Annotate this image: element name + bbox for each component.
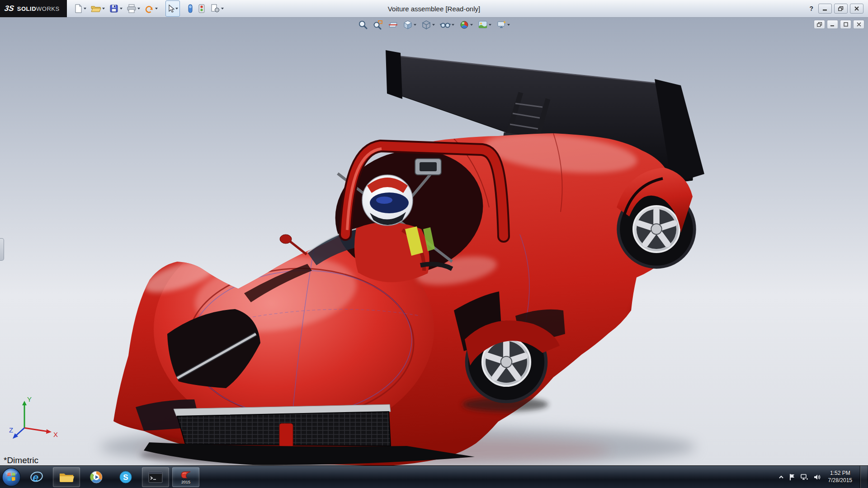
taskbar-solidworks[interactable]: 2015 <box>172 467 199 487</box>
print-button[interactable] <box>125 1 142 16</box>
select-button[interactable] <box>165 0 180 17</box>
chevron-down-icon <box>137 8 140 9</box>
section-view-button[interactable] <box>387 19 399 31</box>
taskbar-clock[interactable]: 1:52 PM 7/28/2015 <box>826 470 855 484</box>
undo-icon <box>144 4 154 14</box>
doc-cascade-button[interactable] <box>814 20 825 29</box>
zoom-to-fit-icon <box>358 20 368 30</box>
chevron-down-icon <box>155 8 158 9</box>
instant3d-icon <box>188 4 193 14</box>
svg-text:S: S <box>123 473 128 482</box>
doc-minimize-button[interactable] <box>827 20 838 29</box>
close-button[interactable] <box>850 4 863 14</box>
minimize-button[interactable] <box>818 4 832 14</box>
z-axis-label: Z <box>9 426 13 434</box>
window-controls: ? <box>807 4 868 14</box>
chevron-down-icon <box>120 8 123 9</box>
scene-icon <box>478 20 488 30</box>
instant3d-toggle-button[interactable] <box>186 1 194 16</box>
flag-icon <box>789 474 795 481</box>
print-icon <box>127 4 137 14</box>
zoom-to-area-button[interactable] <box>372 19 384 31</box>
close-icon <box>854 6 859 11</box>
taskbar-media-player[interactable] <box>83 468 109 487</box>
open-button[interactable] <box>89 1 106 16</box>
new-document-button[interactable] <box>72 1 88 16</box>
minimize-icon <box>830 23 835 27</box>
chevron-down-icon <box>84 8 86 9</box>
window-title: Voiture assemblee [Read-only] <box>388 5 480 13</box>
race-car-model <box>0 18 868 466</box>
save-button[interactable] <box>108 1 124 16</box>
internet-explorer-icon: e <box>29 470 44 484</box>
cascade-icon <box>817 22 822 27</box>
action-center-button[interactable] <box>789 474 795 481</box>
brand-name-light: WORKS <box>36 5 60 12</box>
open-folder-icon <box>90 4 101 14</box>
new-document-icon <box>74 4 83 14</box>
solidworks-version-badge: 2015 <box>181 480 190 484</box>
taskbar-items: e <box>24 466 199 488</box>
brand-name-bold: SOLID <box>17 5 36 12</box>
hide-show-items-button[interactable] <box>439 19 455 31</box>
x-axis-label: X <box>53 431 58 438</box>
zoom-to-fit-button[interactable] <box>357 19 369 31</box>
clock-date: 7/28/2015 <box>828 477 852 484</box>
view-orientation-button[interactable] <box>402 19 417 31</box>
view-orientation-label: *Dimetric <box>4 455 38 465</box>
apply-scene-button[interactable] <box>477 19 492 31</box>
graphics-viewport[interactable]: Y X Z *Dimetric <box>0 18 868 466</box>
help-button[interactable]: ? <box>807 5 816 12</box>
view-settings-icon <box>496 20 506 30</box>
restore-button[interactable] <box>834 4 848 14</box>
edit-appearance-button[interactable] <box>458 19 474 31</box>
network-status-button[interactable] <box>800 474 808 481</box>
main-toolbar <box>67 0 225 17</box>
solidworks-logo: 3S SOLIDWORKS <box>0 0 67 17</box>
media-player-icon <box>90 470 103 484</box>
view-orientation-cube-icon <box>403 20 413 30</box>
taskbar-skype[interactable]: S <box>113 468 139 487</box>
headsup-view-toolbar <box>357 19 511 31</box>
svg-text:e: e <box>33 471 38 483</box>
y-axis-label: Y <box>27 395 32 403</box>
rebuild-button[interactable] <box>196 1 208 16</box>
rebuild-icon <box>197 4 206 14</box>
taskbar-internet-explorer[interactable]: e <box>24 468 50 487</box>
chevron-down-icon <box>102 8 105 9</box>
save-icon <box>109 4 119 14</box>
display-style-icon <box>421 20 431 30</box>
folder-icon <box>59 471 74 483</box>
panel-splitter-handle[interactable] <box>0 238 4 261</box>
glasses-icon <box>440 20 451 30</box>
skype-icon: S <box>119 470 132 484</box>
speaker-icon <box>813 474 821 481</box>
doc-restore-button[interactable] <box>840 20 851 29</box>
desktop: 3S SOLIDWORKS <box>0 0 868 488</box>
taskbar-command-prompt[interactable] <box>142 467 169 487</box>
windows-start-icon <box>1 467 21 487</box>
network-icon <box>800 474 808 481</box>
options-gear-icon <box>210 4 220 14</box>
chevron-down-icon <box>175 8 178 9</box>
chevron-down-icon <box>470 24 473 26</box>
view-settings-button[interactable] <box>495 19 511 31</box>
doc-close-button[interactable] <box>853 20 864 29</box>
options-button[interactable] <box>209 1 225 16</box>
start-button[interactable] <box>0 466 23 488</box>
chevron-down-icon <box>432 24 435 26</box>
chevron-up-icon <box>778 475 784 479</box>
tray-expand-button[interactable] <box>778 475 784 479</box>
volume-button[interactable] <box>813 474 821 481</box>
dassault-logo-icon: 3S <box>4 4 15 13</box>
show-desktop-button[interactable] <box>860 466 867 488</box>
clock-time: 1:52 PM <box>828 470 852 477</box>
appearance-sphere-icon <box>459 20 469 30</box>
chevron-down-icon <box>414 24 416 26</box>
display-style-button[interactable] <box>420 19 436 31</box>
orientation-triad[interactable]: Y X Z <box>8 391 62 447</box>
solidworks-icon <box>180 470 192 480</box>
system-tray: 1:52 PM 7/28/2015 <box>778 466 868 488</box>
taskbar-file-explorer[interactable] <box>53 467 80 487</box>
undo-button[interactable] <box>143 1 159 16</box>
